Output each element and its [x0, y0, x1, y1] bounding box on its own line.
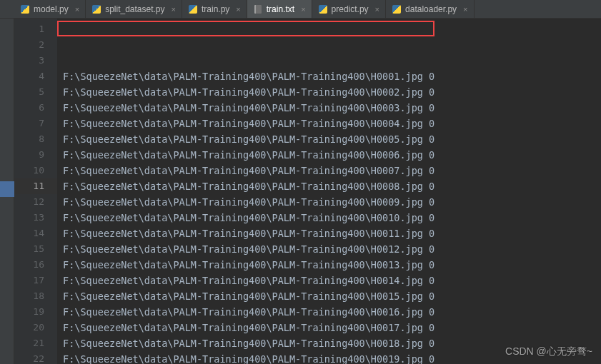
code-line[interactable]: F:\SqueezeNet\data\PALM-Training400\PALM…	[63, 273, 601, 288]
tab-bar: model.py×split_dataset.py×train.py×train…	[0, 0, 601, 19]
left-strip	[0, 19, 14, 364]
line-number[interactable]: 19	[14, 304, 57, 320]
tab-train-py[interactable]: train.py×	[182, 0, 247, 18]
code-line[interactable]: F:\SqueezeNet\data\PALM-Training400\PALM…	[63, 257, 601, 273]
line-number[interactable]: 14	[14, 226, 57, 241]
code-line[interactable]: F:\SqueezeNet\data\PALM-Training400\PALM…	[63, 210, 601, 226]
tab-predict-py[interactable]: predict.py×	[312, 0, 386, 18]
code-line[interactable]: F:\SqueezeNet\data\PALM-Training400\PALM…	[63, 241, 601, 257]
code-line[interactable]: F:\SqueezeNet\data\PALM-Training400\PALM…	[63, 226, 601, 241]
line-number[interactable]: 3	[14, 53, 57, 69]
close-icon[interactable]: ×	[75, 5, 79, 14]
code-line[interactable]: F:\SqueezeNet\data\PALM-Training400\PALM…	[63, 69, 601, 84]
line-number[interactable]: 12	[14, 194, 57, 210]
tab-split_dataset-py[interactable]: split_dataset.py×	[86, 0, 182, 18]
line-number[interactable]: 21	[14, 335, 57, 351]
line-number[interactable]: 2	[14, 37, 57, 53]
tab-label: train.py	[202, 4, 229, 14]
line-number[interactable]: 7	[14, 116, 57, 131]
line-number[interactable]: 5	[14, 84, 57, 100]
tab-dataloader-py[interactable]: dataloader.py×	[386, 0, 475, 18]
tab-label: dataloader.py	[405, 4, 457, 14]
gutter-marker	[0, 181, 14, 197]
python-file-icon	[188, 4, 198, 14]
code-line[interactable]: F:\SqueezeNet\data\PALM-Training400\PALM…	[63, 194, 601, 210]
code-line[interactable]: F:\SqueezeNet\data\PALM-Training400\PALM…	[63, 320, 601, 335]
tab-label: model.py	[34, 4, 69, 14]
tab-label: split_dataset.py	[105, 4, 164, 14]
code-line[interactable]: F:\SqueezeNet\data\PALM-Training400\PALM…	[63, 163, 601, 178]
text-file-icon	[253, 4, 263, 14]
line-number[interactable]: 8	[14, 131, 57, 147]
line-number[interactable]: 9	[14, 147, 57, 163]
code-line[interactable]: F:\SqueezeNet\data\PALM-Training400\PALM…	[63, 131, 601, 147]
code-content[interactable]: F:\SqueezeNet\data\PALM-Training400\PALM…	[57, 19, 601, 364]
line-number[interactable]: 6	[14, 100, 57, 116]
watermark-text: CSDN @心无旁骛~	[505, 345, 592, 358]
close-icon[interactable]: ×	[463, 5, 467, 14]
code-line[interactable]: F:\SqueezeNet\data\PALM-Training400\PALM…	[63, 288, 601, 304]
line-number[interactable]: 10	[14, 163, 57, 178]
tab-label: predict.py	[332, 4, 369, 14]
code-line[interactable]: F:\SqueezeNet\data\PALM-Training400\PALM…	[63, 116, 601, 131]
python-file-icon	[318, 4, 328, 14]
line-gutter: 12345678910111213141516171819202122	[14, 19, 57, 364]
tab-model-py[interactable]: model.py×	[14, 0, 86, 18]
close-icon[interactable]: ×	[172, 5, 176, 14]
code-line[interactable]: F:\SqueezeNet\data\PALM-Training400\PALM…	[63, 100, 601, 116]
tab-train-txt[interactable]: train.txt×	[247, 0, 312, 18]
line-number[interactable]: 16	[14, 257, 57, 273]
close-icon[interactable]: ×	[301, 5, 305, 14]
line-number[interactable]: 11	[14, 178, 57, 194]
line-number[interactable]: 18	[14, 288, 57, 304]
code-line[interactable]: F:\SqueezeNet\data\PALM-Training400\PALM…	[63, 84, 601, 100]
code-line[interactable]: F:\SqueezeNet\data\PALM-Training400\PALM…	[63, 304, 601, 320]
line-number[interactable]: 20	[14, 320, 57, 335]
python-file-icon	[91, 4, 101, 14]
line-number[interactable]: 4	[14, 69, 57, 84]
code-line[interactable]: F:\SqueezeNet\data\PALM-Training400\PALM…	[63, 178, 601, 194]
tab-label: train.txt	[267, 4, 294, 14]
editor-area: 12345678910111213141516171819202122 F:\S…	[0, 19, 601, 364]
python-file-icon	[20, 4, 30, 14]
close-icon[interactable]: ×	[375, 5, 379, 14]
code-line[interactable]: F:\SqueezeNet\data\PALM-Training400\PALM…	[63, 147, 601, 163]
line-number[interactable]: 13	[14, 210, 57, 226]
python-file-icon	[392, 4, 402, 14]
close-icon[interactable]: ×	[236, 5, 240, 14]
line-number[interactable]: 15	[14, 241, 57, 257]
highlight-annotation	[57, 21, 434, 36]
line-number[interactable]: 1	[14, 21, 57, 37]
line-number[interactable]: 17	[14, 273, 57, 288]
line-number[interactable]: 22	[14, 351, 57, 364]
